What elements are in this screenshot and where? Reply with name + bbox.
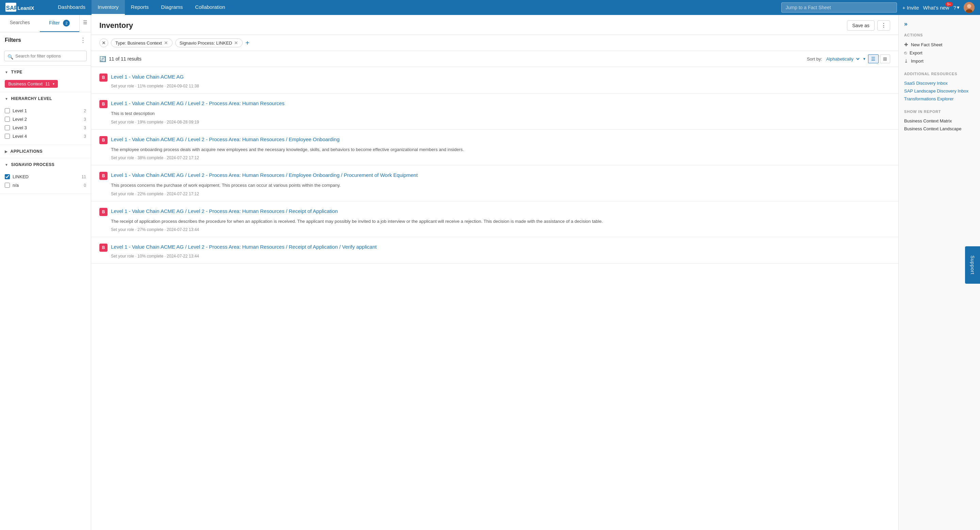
svg-point-4 — [967, 4, 971, 8]
more-options-button[interactable]: ⋮ — [877, 21, 890, 31]
result-icon: B — [99, 100, 108, 108]
sort-label: Sort by: — [807, 57, 822, 62]
result-title-row: B Level 1 - Value Chain ACME AG / Level … — [99, 136, 890, 144]
result-desc: The employee onboarding process deals wi… — [99, 146, 890, 153]
new-fact-sheet-action[interactable]: ✚ New Fact Sheet — [904, 40, 975, 49]
top-navigation: SAP LeanIX Dashboards Inventory Reports … — [0, 0, 980, 15]
sap-landscape-link[interactable]: SAP Landscape Discovery Inbox — [904, 87, 975, 95]
hierarchy-level2[interactable]: Level 2 3 — [5, 115, 86, 124]
nav-diagrams[interactable]: Diagrams — [155, 0, 189, 15]
level2-count: 3 — [84, 117, 86, 122]
na-count: 0 — [84, 183, 86, 188]
saas-discovery-link[interactable]: SaaS Discovery Inbox — [904, 79, 975, 87]
global-search-input[interactable] — [781, 2, 897, 13]
result-title[interactable]: Level 1 - Value Chain ACME AG / Level 2 … — [111, 171, 418, 179]
hierarchy-level1-checkbox[interactable] — [5, 108, 10, 113]
results-bar: 🔄 11 of 11 results Sort by: Alphabetical… — [91, 51, 898, 67]
grid-view-button[interactable]: ⊞ — [880, 54, 890, 63]
result-item[interactable]: B Level 1 - Value Chain ACME AG / Level … — [91, 202, 898, 238]
type-chevron-icon: ▼ — [5, 70, 8, 74]
filters-more-button[interactable]: ⋮ — [80, 36, 86, 44]
right-sidebar-toggle[interactable]: » — [904, 21, 975, 27]
signavio-section-header[interactable]: ▼ SIGNAVIO PROCESS — [0, 158, 91, 171]
app-logo[interactable]: SAP LeanIX — [5, 3, 43, 12]
result-icon: B — [99, 208, 108, 216]
level3-label: Level 3 — [13, 125, 81, 130]
result-item[interactable]: B Level 1 - Value Chain ACME AG / Level … — [91, 130, 898, 166]
signavio-linked[interactable]: LINKED 11 — [5, 173, 86, 181]
nav-collaboration[interactable]: Collaboration — [189, 0, 231, 15]
filters-title: Filters — [5, 37, 21, 43]
type-section-content: Business Context 11 ▾ — [0, 79, 91, 92]
result-item[interactable]: B Level 1 - Value Chain ACME AG / Level … — [91, 165, 898, 202]
hierarchy-level3-checkbox[interactable] — [5, 125, 10, 130]
sort-select[interactable]: Alphabetically — [825, 56, 861, 62]
result-item[interactable]: B Level 1 - Value Chain ACME AG / Level … — [91, 237, 898, 263]
nav-right-actions: + Invite What's new 9+ ? ▾ — [902, 2, 975, 13]
type-count: 11 — [45, 82, 50, 86]
filter-search-input[interactable] — [4, 51, 87, 61]
tab-searches[interactable]: Searches — [0, 15, 40, 32]
save-as-button[interactable]: Save as — [847, 21, 875, 31]
result-icon: B — [99, 244, 108, 252]
support-tab[interactable]: Support — [965, 246, 980, 284]
whats-new-button[interactable]: What's new 9+ — [923, 5, 950, 11]
results-count: 🔄 11 of 11 results — [99, 56, 142, 62]
type-filter-remove-icon[interactable]: ✕ — [164, 40, 168, 46]
hierarchy-level4[interactable]: Level 4 3 — [5, 132, 86, 141]
svg-text:LeanIX: LeanIX — [18, 5, 34, 11]
export-action[interactable]: ⎋ Export — [904, 49, 975, 57]
filter-search-wrap: 🔍 — [0, 47, 91, 66]
add-filter-button[interactable]: + — [245, 39, 250, 47]
hierarchy-section-header[interactable]: ▼ HIERARCHY LEVEL — [0, 92, 91, 105]
type-section-header[interactable]: ▼ TYPE — [0, 66, 91, 79]
bc-matrix-report[interactable]: Business Context Matrix — [904, 117, 975, 125]
user-avatar[interactable] — [964, 2, 975, 13]
filter-count-badge: 2 — [63, 20, 70, 27]
bc-landscape-report[interactable]: Business Context Landscape — [904, 125, 975, 133]
transformations-link[interactable]: Transformations Explorer — [904, 95, 975, 103]
nav-inventory[interactable]: Inventory — [92, 0, 125, 15]
hierarchy-section-content: Level 1 2 Level 2 3 Level 3 3 — [0, 105, 91, 144]
refresh-icon[interactable]: 🔄 — [99, 56, 106, 62]
result-item[interactable]: B Level 1 - Value Chain ACME AG / Level … — [91, 94, 898, 130]
signavio-filter-remove-icon[interactable]: ✕ — [234, 40, 238, 46]
help-button[interactable]: ? ▾ — [953, 5, 959, 11]
signavio-na-checkbox[interactable] — [5, 182, 10, 188]
filter-panel-toggle[interactable]: ☰ — [79, 15, 91, 32]
business-context-chip[interactable]: Business Context 11 ▾ — [5, 80, 58, 88]
result-title[interactable]: Level 1 - Value Chain ACME AG / Level 2 … — [111, 100, 285, 107]
type-filter-chip[interactable]: Type: Business Context ✕ — [111, 38, 172, 47]
result-title[interactable]: Level 1 - Value Chain ACME AG — [111, 73, 184, 80]
result-title[interactable]: Level 1 - Value Chain ACME AG / Level 2 … — [111, 243, 377, 251]
hierarchy-level4-checkbox[interactable] — [5, 134, 10, 139]
list-view-button[interactable]: ☰ — [868, 54, 878, 63]
hierarchy-level2-checkbox[interactable] — [5, 117, 10, 122]
nav-dashboards[interactable]: Dashboards — [52, 0, 92, 15]
hierarchy-level3[interactable]: Level 3 3 — [5, 124, 86, 132]
import-action[interactable]: ⤓ Import — [904, 57, 975, 65]
filter-tabs: Searches Filter 2 ☰ — [0, 15, 91, 32]
active-filters-bar: ✕ Type: Business Context ✕ Signavio Proc… — [91, 35, 898, 51]
signavio-filter-chip[interactable]: Signavio Process: LINKED ✕ — [175, 38, 243, 47]
inventory-title: Inventory — [99, 21, 133, 30]
hierarchy-chevron-icon: ▼ — [5, 97, 8, 101]
tab-filter[interactable]: Filter 2 — [40, 15, 80, 32]
support-label: Support — [970, 255, 975, 275]
result-title[interactable]: Level 1 - Value Chain ACME AG / Level 2 … — [111, 208, 338, 215]
signavio-na[interactable]: n/a 0 — [5, 181, 86, 189]
invite-button[interactable]: + Invite — [902, 5, 919, 11]
remove-all-filters-button[interactable]: ✕ — [99, 38, 108, 47]
filter-section-signavio: ▼ SIGNAVIO PROCESS LINKED 11 n/a 0 — [0, 158, 91, 194]
result-item[interactable]: B Level 1 - Value Chain ACME AG Set your… — [91, 67, 898, 94]
signavio-linked-checkbox[interactable] — [5, 174, 10, 179]
level4-count: 3 — [84, 134, 86, 139]
header-actions: Save as ⋮ — [847, 21, 890, 31]
whats-new-badge: 9+ — [945, 2, 953, 6]
result-title[interactable]: Level 1 - Value Chain ACME AG / Level 2 … — [111, 136, 340, 143]
actions-section: ACTIONS ✚ New Fact Sheet ⎋ Export ⤓ Impo… — [904, 33, 975, 65]
nav-reports[interactable]: Reports — [125, 0, 155, 15]
hierarchy-level1[interactable]: Level 1 2 — [5, 106, 86, 115]
inventory-header: Inventory Save as ⋮ — [91, 15, 898, 35]
applications-header[interactable]: ▶ APPLICATIONS — [0, 145, 91, 158]
